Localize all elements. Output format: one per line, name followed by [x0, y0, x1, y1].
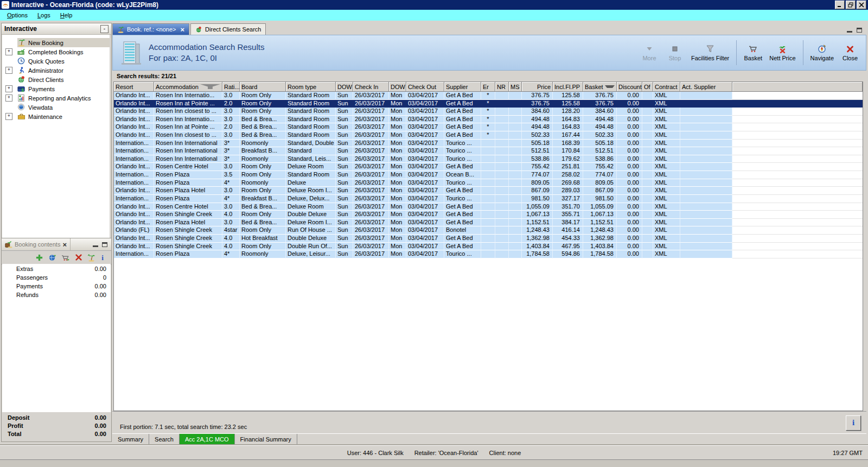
- column-header-board[interactable]: Board: [240, 82, 286, 92]
- list-item[interactable]: Passengers0: [2, 274, 111, 283]
- sidebar-item-quick-quotes[interactable]: + Quick Quotes: [2, 56, 110, 66]
- table-row[interactable]: Orlando Int...Rosen Inn Internatio...3.0…: [114, 116, 863, 124]
- facilities-filter-button[interactable]: Facilities Filter: [691, 45, 729, 61]
- sidebar-item-completed-bookings[interactable]: + Completed Bookings: [2, 47, 110, 56]
- info-icon[interactable]: i: [100, 254, 106, 262]
- tab-search[interactable]: Search: [149, 434, 180, 445]
- column-header-check-in[interactable]: Check In: [353, 82, 389, 92]
- sidebar-item-reporting-and-analytics[interactable]: + Reporting and Analytics: [2, 93, 110, 103]
- column-header-basket[interactable]: Basket: [583, 82, 617, 92]
- sidebar-item-maintenance[interactable]: + Maintenance: [2, 112, 110, 121]
- list-item[interactable]: Refunds0.00: [2, 292, 111, 300]
- sidebar-item-payments[interactable]: + $ Payments: [2, 84, 110, 93]
- basket-button[interactable]: Basket: [744, 45, 762, 61]
- nett-price-button[interactable]: Nett Price: [769, 45, 795, 61]
- table-row[interactable]: Orlando Int...Rosen Inn closest to ...3.…: [114, 108, 863, 116]
- tab-acc-2a1c-mco[interactable]: Acc 2A,1C MCO: [180, 434, 235, 445]
- table-row[interactable]: Orlando Int...Rosen Shingle Creek4.0Room…: [114, 243, 863, 251]
- close-window-button[interactable]: [857, 1, 866, 9]
- column-header-ms[interactable]: MS: [509, 82, 522, 92]
- navigate-button[interactable]: Navigate: [810, 45, 834, 61]
- globe-refresh-icon[interactable]: [48, 254, 56, 262]
- tab-direct-clients-search[interactable]: Direct Clients Search: [190, 23, 266, 35]
- table-row[interactable]: Orlando Int...Rosen Centre Hotel3.0Bed &…: [114, 203, 863, 211]
- restore-button[interactable]: [846, 1, 856, 9]
- column-header-of[interactable]: Of: [642, 82, 653, 92]
- expand-icon[interactable]: +: [5, 85, 12, 92]
- column-header-accommodation[interactable]: Accommodation: [154, 82, 222, 92]
- table-row[interactable]: Internation...Rosen Plaza4*RoomonlyDelux…: [114, 250, 863, 258]
- column-header-er[interactable]: Er: [481, 82, 495, 92]
- menu-logs[interactable]: Logs: [33, 11, 55, 20]
- delete-icon[interactable]: [75, 254, 82, 261]
- cell: 03/04/2017: [406, 147, 444, 155]
- booking-contents-tab[interactable]: Booking contents ×: [2, 238, 71, 250]
- column-header-dow[interactable]: DOW: [336, 82, 353, 92]
- table-row[interactable]: Internation...Rosen Plaza3.5Room OnlySta…: [114, 171, 863, 179]
- column-header-rati-[interactable]: Rati...: [222, 82, 240, 92]
- expand-icon[interactable]: +: [5, 113, 12, 120]
- column-header-dow[interactable]: DOW: [389, 82, 406, 92]
- table-row[interactable]: Orlando Int...Rosen Inn Internatio...3.0…: [114, 92, 863, 100]
- column-header-check-out[interactable]: Check Out: [406, 82, 444, 92]
- info-button[interactable]: i: [846, 415, 861, 431]
- tab-financial-summary[interactable]: Financial Summary: [235, 434, 297, 445]
- menu-help[interactable]: Help: [55, 11, 78, 20]
- menu-options[interactable]: Options: [2, 11, 33, 20]
- maximize-view-icon[interactable]: [857, 28, 862, 33]
- table-row[interactable]: Orlando Int...Rosen Centre Hotel3.0Room …: [114, 163, 863, 171]
- sidebar-item-viewdata[interactable]: + Viewdata: [2, 103, 110, 112]
- cell: [495, 100, 509, 108]
- table-row[interactable]: Orlando Int...Rosen Shingle Creek4.0Hot …: [114, 235, 863, 243]
- direct-clients-icon: [17, 75, 25, 84]
- cart-add-icon[interactable]: [61, 254, 70, 262]
- column-header-nr[interactable]: NR: [495, 82, 509, 92]
- column-header-contract[interactable]: Contract: [653, 82, 680, 92]
- sidebar-item-new-booking[interactable]: + New Booking: [2, 38, 110, 47]
- cell: 3.0: [222, 92, 240, 100]
- table-row[interactable]: Internation...Rosen Plaza4*RoomonlyDelux…: [114, 179, 863, 187]
- close-icon[interactable]: ×: [62, 241, 67, 248]
- column-header-incl-fl-pp[interactable]: Incl.Fl.PP: [553, 82, 583, 92]
- table-row[interactable]: Orlando Int...Rosen Inn closest to ...3.…: [114, 131, 863, 140]
- maximize-panel-icon[interactable]: [102, 242, 107, 247]
- table-row[interactable]: Orlando Int...Rosen Plaza Hotel3.0Bed & …: [114, 219, 863, 227]
- column-header-price[interactable]: Price: [522, 82, 553, 92]
- expand-icon[interactable]: +: [5, 48, 12, 55]
- minimize-view-icon[interactable]: [847, 31, 852, 33]
- column-header-supplier[interactable]: Supplier: [444, 82, 481, 92]
- sidebar-item-administrator[interactable]: + Administrator: [2, 66, 110, 75]
- close-button[interactable]: Close: [841, 45, 859, 61]
- table-row[interactable]: Internation...Rosen Plaza4*Breakfast B..…: [114, 195, 863, 203]
- cell: 03/04/2017: [406, 203, 444, 211]
- table-row-selected[interactable]: Orlando Int...Rosen Inn at Pointe ...2.0…: [114, 100, 863, 108]
- table-row[interactable]: Orlando Int...Rosen Plaza Hotel3.0Room O…: [114, 187, 863, 195]
- table-row[interactable]: Internation...Rosen Inn International3*R…: [114, 140, 863, 148]
- add-icon[interactable]: [35, 254, 43, 262]
- minimize-button[interactable]: [835, 1, 845, 9]
- table-row[interactable]: Internation...Rosen Inn International3*B…: [114, 147, 863, 155]
- expand-icon[interactable]: +: [5, 67, 12, 74]
- table-row[interactable]: Internation...Rosen Inn International3*R…: [114, 155, 863, 163]
- sidebar-item-direct-clients[interactable]: + Direct Clients: [2, 75, 110, 84]
- palm-upload-icon[interactable]: [87, 254, 95, 262]
- cell: [680, 179, 732, 187]
- column-header-discount[interactable]: Discount: [617, 82, 642, 92]
- column-header-room-type[interactable]: Room type: [286, 82, 336, 92]
- table-row[interactable]: Orlando Int...Rosen Shingle Creek4.0Room…: [114, 211, 863, 219]
- column-header-act-supplier[interactable]: Act. Supplier: [680, 82, 732, 92]
- table-row[interactable]: Orlando (FL)Rosen Shingle Creek4starRoom…: [114, 226, 863, 235]
- filter-icon[interactable]: [200, 84, 220, 89]
- collapse-icon[interactable]: -: [100, 25, 108, 33]
- expand-icon[interactable]: +: [5, 94, 12, 102]
- tab-summary[interactable]: Summary: [112, 434, 149, 445]
- cell: [509, 123, 522, 131]
- list-item[interactable]: Payments0.00: [2, 283, 111, 292]
- tab-booking-ref[interactable]: Book. ref.: <none> ×: [112, 23, 189, 35]
- close-tab-icon[interactable]: ×: [181, 26, 185, 33]
- column-header-resort[interactable]: Resort: [114, 82, 154, 92]
- list-item[interactable]: Extras0.00: [2, 266, 111, 274]
- results-grid: ResortAccommodationRati...BoardRoom type…: [113, 81, 863, 411]
- minimize-panel-icon[interactable]: [93, 245, 98, 247]
- table-row[interactable]: Orlando Int...Rosen Inn at Pointe ...2.0…: [114, 123, 863, 131]
